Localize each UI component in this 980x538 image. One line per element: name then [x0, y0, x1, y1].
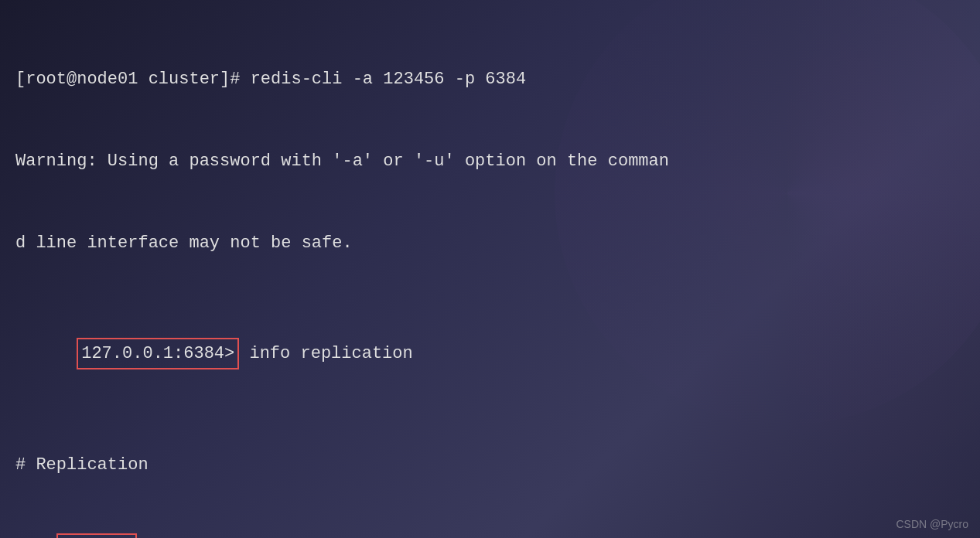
terminal-line-5: # Replication [15, 451, 965, 478]
prompt-box: 127.0.0.1:6384> [77, 338, 239, 369]
terminal-content: [root@node01 cluster]# redis-cli -a 1234… [15, 12, 965, 538]
terminal-line-3: d line interface may not be safe. [15, 230, 965, 257]
terminal-window: [root@node01 cluster]# redis-cli -a 1234… [0, 0, 980, 538]
terminal-line-1: [root@node01 cluster]# redis-cli -a 1234… [15, 66, 965, 93]
terminal-role-line: role:master [15, 533, 965, 538]
info-replication-command: info replication [239, 344, 412, 363]
role-value-box: :master [56, 533, 137, 538]
terminal-line-2: Warning: Using a password with '-a' or '… [15, 148, 965, 175]
role-label: role [15, 536, 56, 538]
watermark: CSDN @Pycro [896, 518, 968, 530]
terminal-prompt-command: 127.0.0.1:6384> info replication [15, 311, 965, 397]
